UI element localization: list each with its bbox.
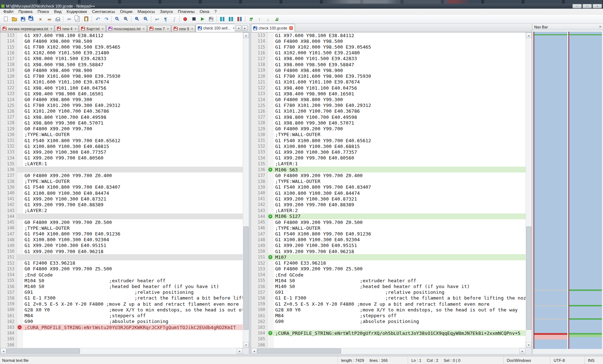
scroll-left-icon[interactable]: ◄ xyxy=(251,348,257,354)
word-wrap-icon[interactable] xyxy=(153,15,161,23)
scrollbar-thumb[interactable] xyxy=(6,349,80,354)
scroll-left-icon[interactable]: ◄ xyxy=(0,348,6,354)
tab-6[interactable]: check 100 wof...× xyxy=(196,24,234,32)
tab-close-icon[interactable]: × xyxy=(102,27,103,31)
scroll-up-icon[interactable]: ▲ xyxy=(243,32,249,38)
menu-item-11[interactable]: ? xyxy=(212,9,219,14)
diff-margin xyxy=(268,149,274,155)
diff-margin xyxy=(17,272,23,278)
scroll-right-icon[interactable]: ► xyxy=(519,348,526,354)
tab-2[interactable]: Барт.txt× xyxy=(79,25,106,32)
show-all-chars-icon[interactable] xyxy=(161,15,169,23)
compare-first-icon[interactable] xyxy=(218,15,226,23)
scrollbar-track[interactable] xyxy=(526,38,532,342)
macro-save-icon[interactable] xyxy=(207,15,215,23)
menu-item-8[interactable]: Запуск xyxy=(157,9,175,14)
nav-next-icon[interactable] xyxy=(264,15,272,23)
scrollbar-thumb[interactable] xyxy=(244,226,249,330)
right-vertical-scrollbar[interactable]: ▲ ▼ xyxy=(526,32,532,348)
line-number: 113 xyxy=(0,32,17,38)
compare-clear-icon[interactable] xyxy=(236,15,244,23)
scrollbar-track[interactable] xyxy=(257,348,519,354)
left-vertical-scrollbar[interactable]: ▲ ▼ xyxy=(243,32,249,348)
find-icon[interactable] xyxy=(113,15,121,23)
tab-scroll-left-icon[interactable]: ◄ xyxy=(236,25,241,31)
scroll-down-icon[interactable]: ▼ xyxy=(526,342,532,348)
nav-prev-icon[interactable] xyxy=(255,15,263,23)
tab-close-icon[interactable]: × xyxy=(143,27,144,31)
undo-icon[interactable] xyxy=(93,15,101,23)
nav-column-1[interactable] xyxy=(533,32,567,349)
right-horizontal-scrollbar[interactable]: ◄ ► xyxy=(251,348,532,354)
tab-close-icon[interactable]: × xyxy=(289,26,292,30)
line-number: 122 xyxy=(0,85,17,91)
menu-item-4[interactable]: Кодировки xyxy=(64,9,89,14)
scrollbar-thumb[interactable] xyxy=(257,349,341,354)
line-number: 134 xyxy=(0,155,17,161)
compare-icon[interactable] xyxy=(227,15,235,23)
minimize-icon[interactable]: − xyxy=(572,4,582,8)
scroll-right-icon[interactable]: ► xyxy=(237,348,243,354)
close-icon[interactable]: × xyxy=(593,4,602,8)
left-editor[interactable]: 113G1 X97.600 Y98.100 E38.84112114G0 F48… xyxy=(0,32,249,348)
open-folder-icon[interactable] xyxy=(10,15,18,23)
tab-0[interactable]: логика переводчика.txt× xyxy=(0,25,54,32)
scrollbar-thumb[interactable] xyxy=(526,226,531,330)
menu-item-1[interactable]: Правка xyxy=(16,9,35,14)
zoom-out-icon[interactable] xyxy=(142,15,149,23)
status-eol-format[interactable]: Dos\Windows xyxy=(503,356,550,364)
save-all-icon[interactable] xyxy=(28,15,36,23)
diff-margin xyxy=(268,132,274,138)
code-text: G1 X98.800 Y100.700 E40.49598 xyxy=(274,114,526,120)
paste-icon[interactable] xyxy=(82,15,90,23)
replace-icon[interactable] xyxy=(122,15,130,23)
nav-last-icon[interactable] xyxy=(273,15,281,23)
menu-item-6[interactable]: Опции xyxy=(117,9,135,14)
tab-1[interactable]: new 4× xyxy=(55,25,79,32)
tab-label: check 100 wof... xyxy=(203,26,231,30)
print-icon[interactable] xyxy=(54,15,62,23)
menu-item-5[interactable]: Синтаксисы xyxy=(89,9,117,14)
maximize-icon[interactable]: □ xyxy=(582,4,592,8)
macro-play-icon[interactable] xyxy=(198,15,206,23)
nav-column-2[interactable] xyxy=(568,32,602,349)
tab-close-icon[interactable]: × xyxy=(167,27,169,31)
tab-close-icon[interactable]: × xyxy=(50,27,52,31)
tab-0[interactable]: check 100.gcode× xyxy=(251,24,295,32)
menu-item-9[interactable]: Плагины xyxy=(175,9,197,14)
scroll-down-icon[interactable]: ▼ xyxy=(243,342,249,348)
save-icon[interactable] xyxy=(19,15,27,23)
tab-5[interactable]: new 9× xyxy=(171,25,195,32)
scrollbar-track[interactable] xyxy=(6,348,237,354)
tab-close-icon[interactable]: × xyxy=(191,27,193,31)
close-icon[interactable] xyxy=(36,15,44,23)
menu-item-2[interactable]: Поиск xyxy=(35,9,52,14)
line-number: 123 xyxy=(251,91,268,96)
nav-first-icon[interactable] xyxy=(247,15,255,23)
scrollbar-track[interactable] xyxy=(243,38,249,342)
right-editor[interactable]: 113G1 X97.600 Y98.100 E38.84112114G0 F48… xyxy=(251,32,532,348)
menu-item-0[interactable]: Файл xyxy=(1,9,16,14)
code-line-119: 119G0 F4800 X98.400 Y98.900 xyxy=(0,67,243,73)
menu-item-7[interactable]: Макросы xyxy=(135,9,157,14)
menu-item-3[interactable]: Вид xyxy=(52,9,64,14)
redo-icon[interactable] xyxy=(102,15,110,23)
tab-close-icon[interactable]: × xyxy=(75,27,76,31)
status-typing-mode[interactable]: INS xyxy=(584,356,603,364)
zoom-in-icon[interactable] xyxy=(133,15,141,23)
scroll-up-icon[interactable]: ▲ xyxy=(526,32,532,38)
indent-guide-icon[interactable] xyxy=(170,15,178,23)
left-horizontal-scrollbar[interactable]: ◄ ► xyxy=(0,348,249,354)
macro-stop-icon[interactable] xyxy=(190,15,198,23)
close-all-icon[interactable] xyxy=(45,15,53,23)
tab-scroll-right-icon[interactable]: ► xyxy=(242,25,248,31)
status-encoding[interactable]: UTF-8 xyxy=(550,356,584,364)
tab-3[interactable]: moscowpass.txt× xyxy=(106,25,147,32)
macro-record-icon[interactable] xyxy=(181,15,189,23)
nav-bar-close-icon[interactable]: × xyxy=(599,25,601,29)
cut-icon[interactable] xyxy=(65,15,73,23)
tab-4[interactable]: new 7× xyxy=(147,25,171,32)
menu-item-10[interactable]: Окна xyxy=(197,9,212,14)
new-file-icon[interactable] xyxy=(2,15,10,23)
copy-icon[interactable] xyxy=(73,15,81,23)
